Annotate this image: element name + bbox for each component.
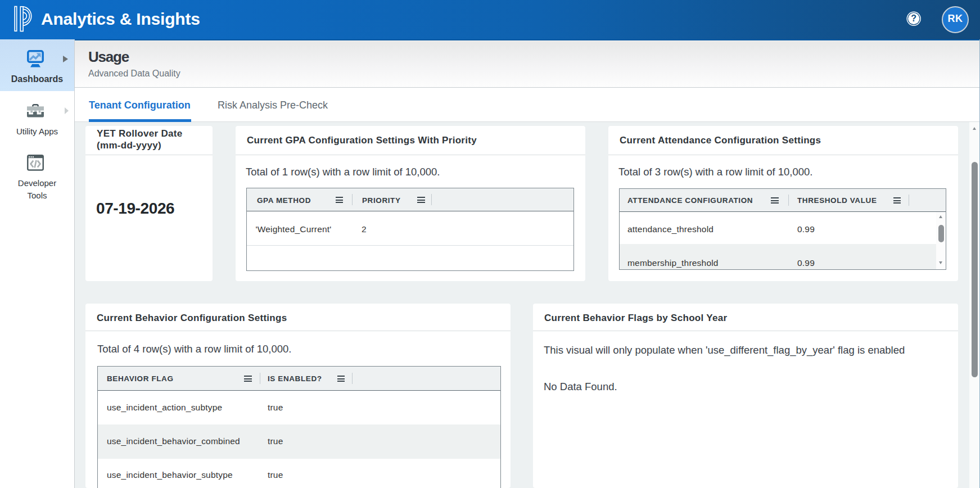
svg-text:?: ? [911,13,916,23]
